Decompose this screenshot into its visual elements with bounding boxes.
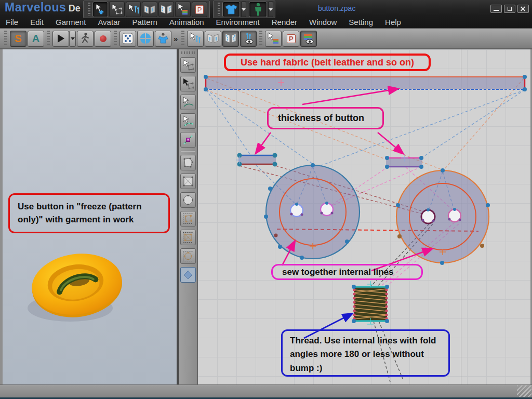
minimize-icon — [494, 10, 499, 11]
pattern-tool-column — [179, 49, 198, 384]
pin-tool-button[interactable] — [126, 2, 141, 17]
walk-animation-button[interactable] — [77, 31, 94, 47]
floating-toolbar-3d: P — [83, 1, 210, 18]
play-dropdown[interactable] — [69, 31, 76, 47]
minimize-button[interactable] — [490, 5, 502, 13]
show-sewing-button[interactable] — [240, 31, 257, 47]
toolbar-overflow[interactable]: » — [174, 34, 178, 43]
restore-button[interactable] — [504, 5, 515, 13]
polygon-tool[interactable] — [180, 155, 196, 170]
select-pattern-layer-button[interactable] — [265, 31, 282, 47]
cursor-lasso-icon — [111, 3, 123, 16]
menu-file[interactable]: File — [6, 18, 18, 26]
annotation-freeze-text: Use button in "freeze (pattern only)" wi… — [18, 201, 164, 226]
toolbar-grip[interactable] — [218, 3, 220, 16]
close-button[interactable] — [517, 5, 529, 13]
edit-curvature-tool[interactable] — [180, 95, 196, 110]
menu-avatar[interactable]: Avatar — [98, 18, 120, 26]
internal-rectangle-tool[interactable] — [180, 230, 196, 245]
walking-person-icon — [80, 32, 90, 45]
panels-free-sew-icon — [224, 32, 237, 45]
rectangle-tool[interactable] — [180, 174, 196, 189]
menu-edit[interactable]: Edit — [30, 18, 44, 26]
menu-render[interactable]: Render — [272, 18, 297, 26]
toolbar-grip[interactable] — [47, 31, 50, 46]
toolbar-grip[interactable] — [181, 31, 184, 46]
menu-animation[interactable]: Animation — [169, 18, 204, 26]
record-button[interactable] — [95, 31, 111, 47]
main-toolbar: S A — [0, 28, 532, 49]
play-icon — [58, 34, 64, 43]
cursor-transform-icon — [182, 59, 194, 71]
cursor-layers-icon — [177, 3, 189, 16]
black-cursor-edit-icon — [182, 78, 194, 89]
window-controls — [490, 5, 529, 13]
avatar-display-button[interactable] — [249, 2, 267, 17]
dart-tool[interactable] — [180, 267, 196, 283]
menu-garment[interactable]: Garment — [56, 18, 86, 26]
play-button[interactable] — [52, 31, 69, 47]
animation-label: A — [32, 33, 39, 45]
cloth-display-button[interactable] — [222, 2, 241, 17]
toolbar-grip[interactable] — [114, 31, 117, 46]
toolbar-grip[interactable] — [259, 31, 262, 46]
edit-pattern-tool[interactable] — [180, 76, 196, 91]
window-frame-right — [530, 49, 531, 384]
arrangement-points-button[interactable] — [142, 2, 157, 17]
segment-sewing-button[interactable] — [205, 31, 221, 47]
menu-help[interactable]: Help — [385, 18, 401, 26]
layer-select-button[interactable] — [175, 2, 191, 17]
p-flattening-button[interactable]: P — [192, 2, 207, 17]
pattern-canvas-2d[interactable]: Use hard fabric (belt leather and so on)… — [198, 49, 530, 384]
texture-eye-icon — [302, 32, 315, 45]
circle-icon — [182, 194, 194, 206]
menu-pattern[interactable]: Pattern — [132, 18, 157, 26]
record-icon — [100, 35, 107, 42]
toolbar-grip[interactable] — [181, 51, 195, 54]
avatar-display-dropdown[interactable] — [268, 2, 273, 17]
edit-sewing-button[interactable] — [187, 31, 204, 47]
circle-tool[interactable] — [180, 192, 196, 208]
free-sewing-button[interactable] — [222, 31, 239, 47]
avatar-icon — [253, 3, 263, 16]
annotation-sew: sew together internal lines — [271, 264, 423, 280]
floating-toolbar-display — [213, 1, 275, 18]
panels-segment-sew-icon — [207, 32, 219, 45]
show-quarter-panels-button[interactable] — [137, 31, 154, 47]
internal-circle-tool[interactable] — [180, 248, 196, 264]
toolbar-grip[interactable] — [88, 3, 90, 16]
add-point-icon — [182, 134, 194, 145]
toolbar-grip[interactable] — [4, 31, 7, 46]
button-3d-render — [22, 246, 137, 331]
menu-window[interactable]: Window — [309, 18, 337, 26]
arrangement-curves-button[interactable] — [158, 2, 174, 17]
add-point-tool[interactable] — [180, 132, 196, 148]
internal-rectangle-icon — [182, 232, 194, 243]
annotation-fabric: Use hard fabric (belt leather and so on) — [224, 54, 431, 71]
animation-mode-button[interactable]: A — [28, 31, 44, 47]
logo-text-primary: Marvelous — [5, 1, 66, 14]
cursor-sew-icon — [189, 32, 202, 45]
transform-pattern-tool[interactable] — [180, 57, 196, 73]
select-move-tool-button[interactable] — [92, 2, 108, 17]
annotation-thickness-text: thickness of button — [278, 113, 364, 124]
show-textures-button[interactable] — [300, 31, 317, 47]
menu-setting[interactable]: Setting — [349, 18, 373, 26]
select-lasso-tool-button[interactable] — [109, 2, 125, 17]
document-filename: button.zpac — [318, 4, 355, 12]
annotation-thread-text: Thread. Use internal lines with fold ang… — [290, 334, 443, 375]
fit-garment-button[interactable] — [155, 31, 171, 47]
pattern-strip — [204, 75, 527, 91]
menu-environment[interactable]: Environment — [216, 18, 260, 26]
dart-diamond-icon — [182, 269, 194, 281]
resize-grip[interactable] — [517, 385, 531, 397]
internal-polygon-tool[interactable] — [180, 211, 196, 227]
cloth-display-dropdown[interactable] — [241, 2, 246, 17]
cursor-curvature-icon — [182, 97, 194, 108]
show-arrangement-points-button[interactable] — [119, 31, 136, 47]
p-pattern-button[interactable]: P — [283, 31, 299, 47]
dots-grid-icon — [122, 33, 134, 44]
viewport-3d[interactable]: Use button in "freeze (pattern only)" wi… — [3, 49, 177, 384]
simulate-button[interactable]: S — [10, 31, 26, 47]
edit-curve-point-tool[interactable] — [180, 113, 196, 129]
